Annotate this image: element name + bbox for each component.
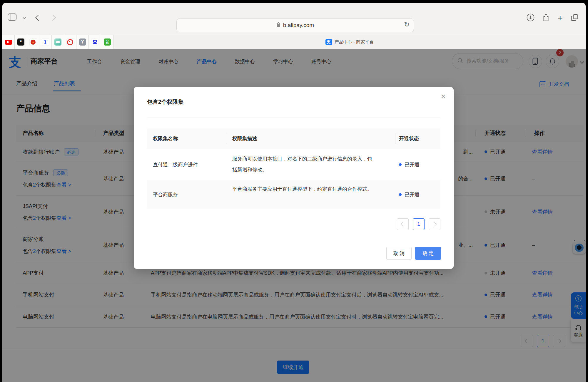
permission-status: 已开通 bbox=[399, 191, 420, 198]
browser-toolbar: b.alipay.com ↻ + bbox=[2, 3, 586, 35]
lock-icon bbox=[276, 22, 280, 29]
confirm-button[interactable]: 确 定 bbox=[415, 247, 441, 260]
permission-status: 已开通 bbox=[399, 161, 420, 168]
back-icon[interactable] bbox=[35, 14, 41, 21]
close-icon[interactable]: ✕ bbox=[441, 93, 446, 100]
header-divider bbox=[395, 133, 395, 144]
baidu-paw-icon bbox=[91, 38, 99, 46]
tab-title: 产品中心 - 商家平台 bbox=[335, 39, 374, 45]
chevron-down-icon[interactable] bbox=[22, 15, 26, 19]
permission-table-header: 权限集名称 权限集描述 开通状态 bbox=[147, 128, 440, 149]
pinned-tab-4399[interactable]: 43 99 bbox=[101, 35, 113, 49]
reload-icon[interactable]: ↻ bbox=[404, 21, 410, 29]
weibo-icon bbox=[66, 38, 74, 46]
y-app-icon: Y bbox=[79, 38, 86, 46]
permission-row: 直付通二级商户进件 服务商可以使用本接口，对名下的二级商户进行信息的录入，包括新… bbox=[147, 149, 440, 180]
tab-overview-icon[interactable] bbox=[571, 14, 579, 23]
permission-name: 直付通二级商户进件 bbox=[153, 161, 198, 168]
permission-desc: 服务商可以使用本接口，对名下的二级商户进行信息的录入，包括新增和修改。 bbox=[232, 153, 376, 175]
chevron-left-icon bbox=[401, 222, 405, 226]
new-tab-icon[interactable]: + bbox=[557, 15, 563, 21]
sidebar-icon[interactable] bbox=[8, 14, 16, 22]
status-dot bbox=[399, 193, 402, 196]
chevron-right-icon bbox=[432, 222, 437, 226]
pinned-tab-toutiao[interactable]: T bbox=[39, 35, 52, 49]
teal-app-icon bbox=[54, 38, 61, 46]
prev-page-button[interactable] bbox=[397, 218, 409, 230]
forward-icon[interactable] bbox=[50, 14, 56, 21]
permission-set-modal: 包含2个权限集 ✕ 权限集名称 权限集描述 开通状态 直付通二级商户进件 服务商… bbox=[134, 87, 454, 269]
permission-row: 平台商服务 平台商服务主要应用于直付通模型下，约定直付通的合作模式。 已开通 bbox=[147, 180, 440, 209]
youtube-icon bbox=[5, 40, 12, 45]
url-bar[interactable]: b.alipay.com ↻ bbox=[176, 18, 414, 32]
col-permission-desc: 权限集描述 bbox=[232, 135, 257, 142]
alipay-favicon: 支 bbox=[325, 39, 332, 45]
pinned-tab-pinwheel-app[interactable]: * bbox=[15, 35, 27, 49]
pinwheel-icon: * bbox=[17, 38, 24, 46]
modal-divider bbox=[147, 118, 440, 118]
next-page-button[interactable] bbox=[429, 218, 440, 230]
tab-strip: * ★ T Y 43 99 支 产品中心 - 商家平台 bbox=[2, 35, 586, 49]
download-icon[interactable] bbox=[527, 14, 534, 23]
status-dot bbox=[399, 163, 402, 166]
active-tab[interactable]: 支 产品中心 - 商家平台 bbox=[113, 35, 586, 49]
permission-name: 平台商服务 bbox=[153, 191, 178, 198]
col-permission-name: 权限集名称 bbox=[153, 135, 178, 142]
header-divider bbox=[226, 133, 226, 144]
modal-title: 包含2个权限集 bbox=[147, 98, 184, 106]
pinned-tab-gov-emblem[interactable]: ★ bbox=[27, 35, 39, 49]
url-text: b.alipay.com bbox=[283, 22, 314, 29]
toutiao-icon: T bbox=[42, 38, 49, 46]
pinned-tab-y-app[interactable]: Y bbox=[76, 35, 89, 49]
browser-window: b.alipay.com ↻ + * ★ T Y 4 bbox=[2, 3, 586, 382]
permission-desc: 平台商服务主要应用于直付通模型下，约定直付通的合作模式。 bbox=[232, 184, 376, 195]
cancel-button[interactable]: 取 消 bbox=[386, 247, 412, 260]
gov-emblem-icon: ★ bbox=[29, 38, 37, 46]
pinned-tab-youtube[interactable] bbox=[2, 35, 15, 49]
modal-pagination: 1 bbox=[397, 218, 440, 230]
pinned-tab-teal-app[interactable] bbox=[52, 35, 64, 49]
share-icon[interactable] bbox=[543, 14, 549, 23]
4399-icon: 43 99 bbox=[104, 38, 111, 46]
webpage: 支 商家平台 工作台 资金管理 对账中心 产品中心 数据中心 学习中心 账号中心 bbox=[2, 49, 586, 382]
col-permission-status: 开通状态 bbox=[399, 135, 419, 142]
pinned-tab-baidu[interactable] bbox=[89, 35, 101, 49]
page-number[interactable]: 1 bbox=[413, 218, 425, 230]
pinned-tab-weibo[interactable] bbox=[64, 35, 76, 49]
